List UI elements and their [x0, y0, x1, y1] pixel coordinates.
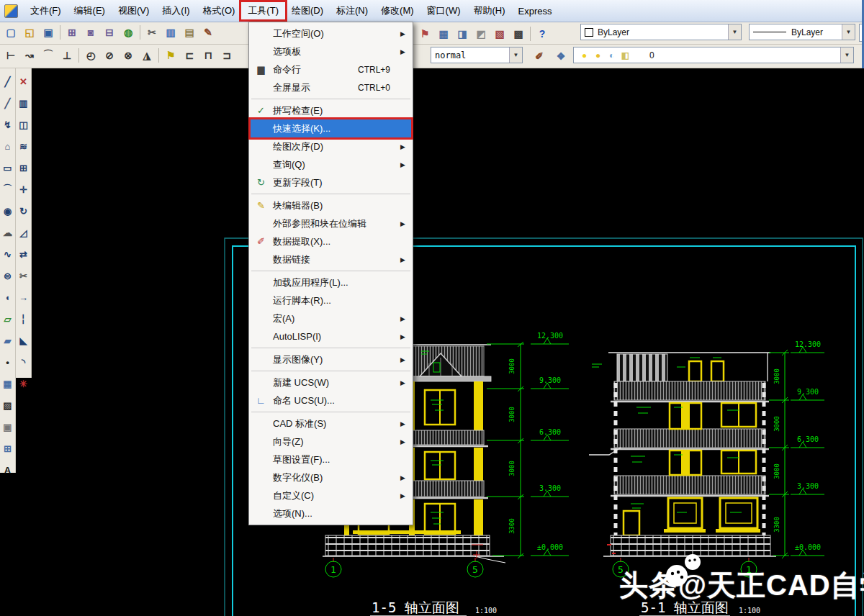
- menubar-item-8[interactable]: 修改(M): [374, 2, 420, 19]
- publish-icon[interactable]: ⊟: [100, 23, 119, 42]
- table-icon[interactable]: ⊞: [0, 438, 16, 459]
- new-file-icon[interactable]: ▢: [1, 23, 20, 42]
- layer-manager-icon[interactable]: ❖: [552, 47, 570, 65]
- menubar-item-7[interactable]: 标注(N): [330, 2, 374, 19]
- tools-menu-item-2[interactable]: ▆命令行CTRL+9: [249, 60, 413, 78]
- menubar-item-6[interactable]: 绘图(D): [285, 2, 330, 19]
- dim-linear-icon[interactable]: ⊢: [1, 46, 20, 65]
- hatch-icon[interactable]: ▦: [0, 373, 16, 394]
- match-brush-icon[interactable]: ✐: [530, 47, 549, 65]
- arc-icon[interactable]: ⌒: [0, 178, 16, 200]
- tools-menu-item-16[interactable]: 加载应用程序(L)...: [249, 273, 413, 291]
- circle-icon[interactable]: ◉: [0, 200, 16, 222]
- publish-web-icon[interactable]: ▧: [490, 24, 509, 43]
- tools-menu-item-28[interactable]: 草图设置(F)...: [249, 450, 413, 468]
- extend-icon[interactable]: →: [16, 286, 32, 308]
- tools-menu-item-17[interactable]: 运行脚本(R)...: [249, 291, 413, 309]
- tools-menu-item-19[interactable]: AutoLISP(I)▶: [249, 327, 413, 345]
- dropdown-arrow-icon[interactable]: ▼: [509, 47, 522, 63]
- layer-lock-icon[interactable]: ◧: [618, 47, 632, 63]
- dim-diameter-icon[interactable]: ⊗: [119, 46, 138, 65]
- linetype-control[interactable]: ByLayer ▼: [749, 24, 855, 40]
- menubar-item-2[interactable]: 视图(V): [112, 2, 156, 19]
- tools-menu-item-13[interactable]: ✐数据提取(X)...: [249, 232, 413, 250]
- make-block-icon[interactable]: ▰: [0, 330, 16, 351]
- layer-freeze-icon[interactable]: ◐: [605, 47, 618, 63]
- tools-menu-item-27[interactable]: 向导(Z)▶: [249, 432, 413, 450]
- dim-aligned-icon[interactable]: ↝: [20, 46, 39, 65]
- dim-radius-icon[interactable]: ⊘: [100, 46, 119, 65]
- dropdown-arrow-icon[interactable]: ▼: [842, 24, 855, 40]
- array-icon[interactable]: ⊞: [16, 157, 32, 178]
- dim-slope-icon[interactable]: ◮: [138, 46, 156, 65]
- plot-preview-icon[interactable]: ◙: [81, 23, 100, 42]
- cut-icon[interactable]: ✂: [143, 23, 161, 42]
- layer-control[interactable]: ●●◐◧□ 0 ▼: [573, 47, 854, 63]
- dim-break-icon[interactable]: ⊓: [199, 46, 217, 65]
- dim-arc-icon[interactable]: ⌒: [39, 46, 58, 65]
- fillet-icon[interactable]: ◝: [16, 351, 32, 373]
- menubar-item-1[interactable]: 编辑(E): [68, 2, 112, 19]
- tools-menu-item-9[interactable]: ↻更新字段(T): [249, 173, 413, 191]
- spline-icon[interactable]: ∿: [0, 243, 16, 265]
- help-icon[interactable]: ?: [533, 24, 552, 43]
- dim-ordinate-icon[interactable]: ⊥: [58, 46, 76, 65]
- erase-icon[interactable]: ✕: [16, 71, 32, 92]
- menubar-item-11[interactable]: Express: [512, 4, 559, 19]
- dwf-icon[interactable]: ◍: [119, 23, 138, 42]
- open-file-icon[interactable]: ◱: [20, 23, 39, 42]
- mirror-icon[interactable]: ◫: [16, 114, 32, 135]
- paste-icon[interactable]: ▤: [180, 23, 199, 42]
- tools-menu-item-30[interactable]: 自定义(C)▶: [249, 486, 413, 504]
- offset-icon[interactable]: ≋: [16, 135, 32, 157]
- save-file-icon[interactable]: ▣: [39, 23, 58, 42]
- tools-menu-item-14[interactable]: 数据链接▶: [249, 250, 413, 268]
- explode-icon[interactable]: ✳: [16, 373, 32, 394]
- layer-on-bulb-icon[interactable]: ●: [577, 47, 591, 63]
- polyline-icon[interactable]: ↯: [0, 114, 16, 135]
- gradient-icon[interactable]: ▨: [0, 394, 16, 416]
- plot-icon[interactable]: ⊞: [63, 23, 81, 42]
- dropdown-arrow-icon[interactable]: ▼: [728, 24, 741, 40]
- tools-menu-item-11[interactable]: ✎块编辑器(B): [249, 196, 413, 214]
- dim-update-icon[interactable]: ⊐: [217, 46, 236, 65]
- tools-menu-item-26[interactable]: CAD 标准(S)▶: [249, 415, 413, 432]
- tools-menu-item-12[interactable]: 外部参照和块在位编辑▶: [249, 214, 413, 232]
- layer-thaw-sun-icon[interactable]: ●: [591, 47, 605, 63]
- sheet-set-manager-icon[interactable]: ▦: [434, 24, 453, 43]
- match-properties-icon[interactable]: ✎: [199, 23, 217, 42]
- tools-menu-item-3[interactable]: 全屏显示CTRL+0: [249, 78, 413, 96]
- point-icon[interactable]: •: [0, 351, 16, 373]
- ellipse-icon[interactable]: ⊜: [0, 265, 16, 286]
- tools-menu-item-21[interactable]: 显示图像(Y)▶: [249, 350, 413, 368]
- tools-menu-item-31[interactable]: 选项(N)...: [249, 504, 413, 522]
- text-style-control[interactable]: normal ▼: [431, 47, 523, 63]
- break-icon[interactable]: ╎: [16, 308, 32, 330]
- tools-menu-item-18[interactable]: 宏(A)▶: [249, 309, 413, 327]
- tools-menu-item-1[interactable]: 选项板▶: [249, 42, 413, 60]
- etransmit-icon[interactable]: ⚑: [415, 24, 434, 43]
- region-icon[interactable]: ▣: [0, 416, 16, 438]
- tools-menu-item-7[interactable]: 绘图次序(D)▶: [249, 137, 413, 155]
- tools-menu-item-29[interactable]: 数字化仪(B)▶: [249, 468, 413, 486]
- ellipse-arc-icon[interactable]: ◖: [0, 286, 16, 308]
- move-icon[interactable]: ✛: [16, 178, 32, 200]
- polygon-icon[interactable]: ⌂: [0, 135, 16, 157]
- tools-menu-item-6[interactable]: 快速选择(K)...: [249, 119, 413, 137]
- stretch-icon[interactable]: ⇄: [16, 243, 32, 265]
- color-control[interactable]: ByLayer ▼: [580, 24, 742, 40]
- scale-icon[interactable]: ◿: [16, 222, 32, 243]
- rectangle-icon[interactable]: ▭: [0, 157, 16, 178]
- text-icon[interactable]: A: [0, 459, 16, 481]
- tools-menu-item-0[interactable]: 工作空间(O)▶: [249, 24, 413, 42]
- revcloud-icon[interactable]: ☁: [0, 222, 16, 243]
- menubar-item-9[interactable]: 窗口(W): [420, 2, 467, 19]
- rotate-icon[interactable]: ↻: [16, 200, 32, 222]
- quickcalc-icon[interactable]: ▩: [509, 24, 528, 43]
- insert-block-icon[interactable]: ▱: [0, 308, 16, 330]
- dim-angular-icon[interactable]: ◴: [81, 46, 100, 65]
- menubar-item-10[interactable]: 帮助(H): [467, 2, 512, 19]
- dropdown-arrow-icon[interactable]: ▼: [840, 47, 853, 63]
- chamfer-icon[interactable]: ◣: [16, 330, 32, 351]
- dim-flag-icon[interactable]: ⚑: [161, 46, 180, 65]
